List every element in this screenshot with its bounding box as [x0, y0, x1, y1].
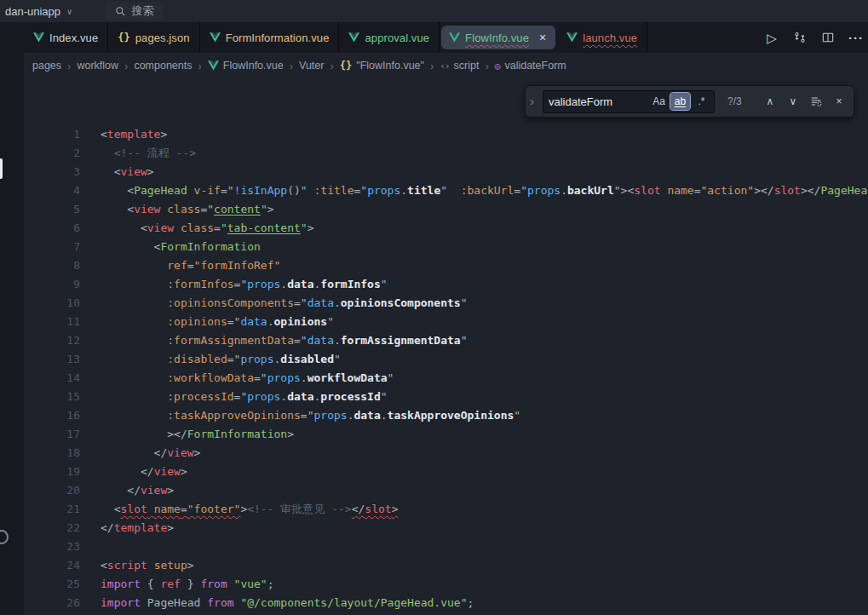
- breadcrumb-item-FlowInfo.vue[interactable]: FlowInfo.vue: [206, 59, 285, 72]
- code-line-6[interactable]: 6 <view class="tab-content">: [24, 219, 868, 238]
- tab-label: FormInformation.vue: [226, 32, 330, 44]
- code-line-4[interactable]: 4 <PageHead v-if="!isInApp()" :title="pr…: [24, 181, 868, 200]
- code-area[interactable]: 1<template>2 <!-- 流程 -->3 <view>4 <PageH…: [24, 78, 868, 612]
- code-line-25[interactable]: 25import { ref } from "vue";: [24, 575, 868, 594]
- code-line-13[interactable]: 13 :disabled="props.disabled": [24, 350, 868, 369]
- code-line-12[interactable]: 12 :formAssignmentData="data.formAssignm…: [24, 331, 868, 350]
- line-number[interactable]: 9: [24, 275, 80, 294]
- tab-close-button[interactable]: ×: [537, 31, 548, 44]
- breadcrumb-item-pages[interactable]: pages: [31, 59, 63, 72]
- code-line-21[interactable]: 21 <slot name="footer"><!-- 审批意见 --></sl…: [24, 500, 868, 519]
- line-number[interactable]: 26: [24, 594, 80, 612]
- global-search-box[interactable]: 搜索: [105, 2, 164, 20]
- code-line-8[interactable]: 8 ref="formInfoRef": [24, 256, 868, 275]
- tab-label: Index.vue: [49, 32, 98, 44]
- line-number[interactable]: 8: [24, 256, 80, 275]
- line-content: <slot name="footer"><!-- 审批意见 --></slot>: [101, 500, 398, 519]
- find-next-button[interactable]: ∨: [784, 92, 802, 111]
- tab-FormInformation.vue[interactable]: FormInformation.vue: [200, 22, 340, 53]
- line-number[interactable]: 3: [24, 163, 80, 181]
- code-line-24[interactable]: 24<script setup>: [24, 556, 868, 575]
- line-number[interactable]: 1: [24, 125, 80, 144]
- find-input-box: Aa ab .*: [543, 90, 715, 113]
- code-line-1[interactable]: 1<template>: [24, 125, 868, 144]
- tab-pages.json[interactable]: {}pages.json: [108, 22, 199, 53]
- breadcrumb-label: FlowInfo.vue: [223, 60, 284, 72]
- line-number[interactable]: 23: [24, 537, 80, 556]
- regex-button[interactable]: .*: [692, 93, 711, 110]
- code-line-22[interactable]: 22</template>: [24, 519, 868, 537]
- code-line-19[interactable]: 19 </view>: [24, 463, 868, 481]
- line-content: ></FormInformation>: [101, 425, 294, 444]
- line-number[interactable]: 24: [24, 556, 80, 575]
- compare-changes-button[interactable]: [790, 27, 810, 48]
- project-dropdown[interactable]: dan-uniapp ∨: [0, 5, 79, 18]
- code-line-17[interactable]: 17 ></FormInformation>: [24, 425, 868, 444]
- editor-group: Index.vue{}pages.jsonFormInformation.vue…: [24, 22, 868, 615]
- line-number[interactable]: 21: [24, 500, 80, 519]
- line-number[interactable]: 18: [24, 444, 80, 463]
- line-number[interactable]: 5: [24, 200, 80, 219]
- line-number[interactable]: 6: [24, 219, 80, 238]
- line-number[interactable]: 11: [24, 313, 80, 331]
- code-line-9[interactable]: 9 :formInfos="props.data.formInfos": [24, 275, 868, 294]
- line-number[interactable]: 20: [24, 481, 80, 500]
- code-line-3[interactable]: 3 <view>: [24, 163, 868, 181]
- code-line-5[interactable]: 5 <view class="content">: [24, 200, 868, 219]
- line-number[interactable]: 15: [24, 388, 80, 406]
- line-content: :opinionsComponents="data.opinionsCompon…: [101, 294, 468, 313]
- tab-label: pages.json: [135, 32, 190, 44]
- code-line-23[interactable]: 23: [24, 537, 868, 556]
- code-editor[interactable]: › Aa ab .* ?/3 ∧ ∨ × 1<template>2 <: [24, 78, 868, 615]
- more-actions-button[interactable]: ···: [846, 27, 866, 48]
- line-content: :opinions="data.opinions": [101, 313, 334, 331]
- breadcrumb-item-Vuter[interactable]: Vuter: [297, 59, 325, 72]
- code-line-15[interactable]: 15 :processId="props.data.processId": [24, 388, 868, 406]
- line-number[interactable]: 12: [24, 331, 80, 350]
- code-line-16[interactable]: 16 :taskApproveOpinions="props.data.task…: [24, 406, 868, 425]
- line-number[interactable]: 7: [24, 238, 80, 256]
- line-content: <view class="content">: [101, 200, 274, 219]
- line-number[interactable]: 25: [24, 575, 80, 594]
- tab-label: launch.vue: [583, 32, 637, 44]
- line-content: <!-- 流程 -->: [101, 144, 196, 163]
- line-number[interactable]: 10: [24, 294, 80, 313]
- line-number[interactable]: 16: [24, 406, 80, 425]
- find-previous-button[interactable]: ∧: [761, 92, 779, 111]
- code-line-26[interactable]: 26import PageHead from "@/components/lay…: [24, 594, 868, 612]
- breadcrumb-item-FlowInfo.vue[interactable]: {}"FlowInfo.vue": [338, 59, 426, 72]
- find-close-button[interactable]: ×: [830, 92, 848, 111]
- code-line-2[interactable]: 2 <!-- 流程 -->: [24, 144, 868, 163]
- tab-approval.vue[interactable]: approval.vue: [339, 22, 440, 53]
- line-number[interactable]: 14: [24, 369, 80, 388]
- match-case-button[interactable]: Aa: [649, 93, 669, 110]
- find-input[interactable]: [549, 95, 647, 108]
- split-editor-button[interactable]: [818, 27, 838, 48]
- line-number[interactable]: 22: [24, 519, 80, 537]
- whole-word-button[interactable]: ab: [670, 93, 690, 110]
- line-number[interactable]: 19: [24, 463, 80, 481]
- code-line-7[interactable]: 7 <FormInformation: [24, 238, 868, 256]
- code-line-18[interactable]: 18 </view>: [24, 444, 868, 463]
- line-number[interactable]: 13: [24, 350, 80, 369]
- code-line-10[interactable]: 10 :opinionsComponents="data.opinionsCom…: [24, 294, 868, 313]
- run-button[interactable]: ▷: [762, 27, 782, 48]
- line-number[interactable]: 4: [24, 181, 80, 200]
- breadcrumb-item-workflow[interactable]: workflow: [75, 59, 120, 72]
- line-number[interactable]: 2: [24, 144, 80, 163]
- breadcrumb-item-components[interactable]: components: [132, 59, 193, 72]
- tab-Index.vue[interactable]: Index.vue: [24, 22, 108, 53]
- line-content: </view>: [101, 444, 200, 463]
- breadcrumb-item-validateForm[interactable]: ◎validateForm: [493, 59, 568, 72]
- code-line-14[interactable]: 14 :workflowData="props.workflowData": [24, 369, 868, 388]
- breadcrumb-label: workflow: [77, 60, 118, 72]
- find-in-selection-button[interactable]: [807, 92, 825, 111]
- breadcrumb-separator: ›: [485, 60, 488, 72]
- tab-launch.vue[interactable]: launch.vue: [557, 22, 647, 53]
- line-number[interactable]: 17: [24, 425, 80, 444]
- toggle-replace-button[interactable]: ›: [526, 86, 538, 117]
- code-line-11[interactable]: 11 :opinions="data.opinions": [24, 313, 868, 331]
- code-line-20[interactable]: 20 </view>: [24, 481, 868, 500]
- tab-FlowInfo.vue[interactable]: FlowInfo.vue×: [441, 26, 555, 49]
- breadcrumb-item-script[interactable]: ‹›script: [438, 59, 480, 72]
